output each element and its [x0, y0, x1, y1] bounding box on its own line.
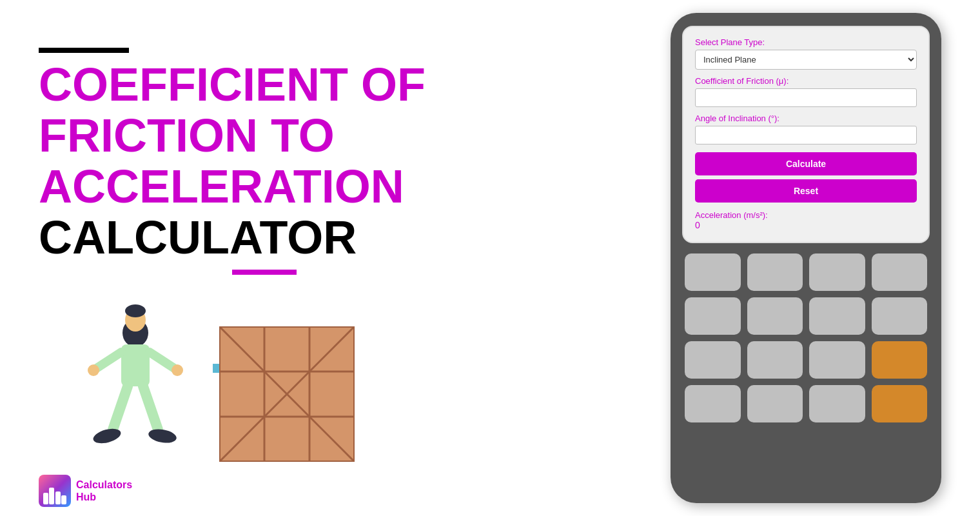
calculate-button[interactable]: Calculate [695, 152, 917, 175]
key-1[interactable] [685, 253, 741, 291]
person-illustration [77, 294, 193, 455]
keypad [682, 251, 930, 425]
left-section: COEFFICIENT OF FRICTION TO ACCELERATION … [39, 48, 490, 469]
title-line1: COEFFICIENT OF [39, 59, 426, 110]
title-bar-purple [232, 270, 297, 275]
result-label: Acceleration (m/s²): [695, 210, 917, 220]
logo-icon [39, 475, 71, 507]
logo-name2: Hub [76, 491, 96, 502]
logo-bar-3 [55, 491, 61, 504]
key-13[interactable] [685, 385, 741, 422]
key-16-orange[interactable] [872, 385, 928, 422]
title-line2: FRICTION TO [39, 110, 335, 161]
svg-point-2 [125, 304, 146, 317]
key-12-orange[interactable] [872, 341, 928, 379]
key-2[interactable] [747, 253, 803, 291]
logo-area: Calculators Hub [39, 475, 132, 507]
svg-point-7 [172, 364, 183, 376]
svg-point-11 [148, 428, 178, 445]
illustration [39, 288, 374, 468]
friction-input[interactable] [695, 88, 917, 107]
key-11[interactable] [809, 341, 865, 379]
key-9[interactable] [685, 341, 741, 379]
key-10[interactable] [747, 341, 803, 379]
logo-bar-4 [61, 495, 66, 504]
svg-line-9 [143, 386, 158, 430]
title-line3: ACCELERATION [39, 161, 404, 212]
logo-bar-2 [49, 488, 54, 504]
main-title: COEFFICIENT OF FRICTION TO ACCELERATION … [39, 59, 490, 264]
reset-button[interactable]: Reset [695, 179, 917, 203]
calculator-device: Select Plane Type: Inclined Plane Horizo… [671, 13, 941, 503]
svg-line-8 [113, 386, 128, 430]
angle-input[interactable] [695, 126, 917, 144]
key-3[interactable] [809, 253, 865, 291]
logo-bar-1 [43, 493, 48, 504]
svg-point-6 [88, 364, 99, 376]
key-4[interactable] [872, 253, 928, 291]
key-14[interactable] [747, 385, 803, 422]
friction-label: Coefficient of Friction (μ): [695, 76, 917, 86]
key-6[interactable] [747, 297, 803, 335]
key-15[interactable] [809, 385, 865, 422]
result-value: 0 [695, 220, 917, 230]
angle-label: Angle of Inclination (°): [695, 114, 917, 123]
key-7[interactable] [809, 297, 865, 335]
calculator-screen: Select Plane Type: Inclined Plane Horizo… [682, 26, 930, 243]
key-8[interactable] [872, 297, 928, 335]
plane-type-label: Select Plane Type: [695, 37, 917, 47]
logo-text: Calculators Hub [76, 479, 132, 503]
wooden-crate [219, 326, 355, 462]
plane-type-select[interactable]: Inclined Plane Horizontal Plane Vertical… [695, 50, 917, 70]
key-5[interactable] [685, 297, 741, 335]
title-bar-black [39, 48, 129, 53]
title-line4: CALCULATOR [39, 212, 490, 263]
logo-name: Calculators [76, 479, 132, 490]
